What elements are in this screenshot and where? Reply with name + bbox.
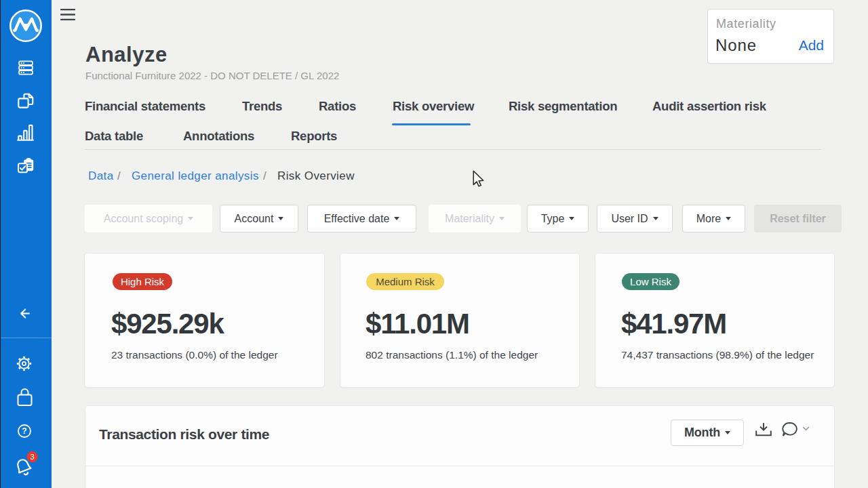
svg-text:3: 3	[31, 453, 35, 461]
svg-text:?: ?	[22, 426, 26, 436]
